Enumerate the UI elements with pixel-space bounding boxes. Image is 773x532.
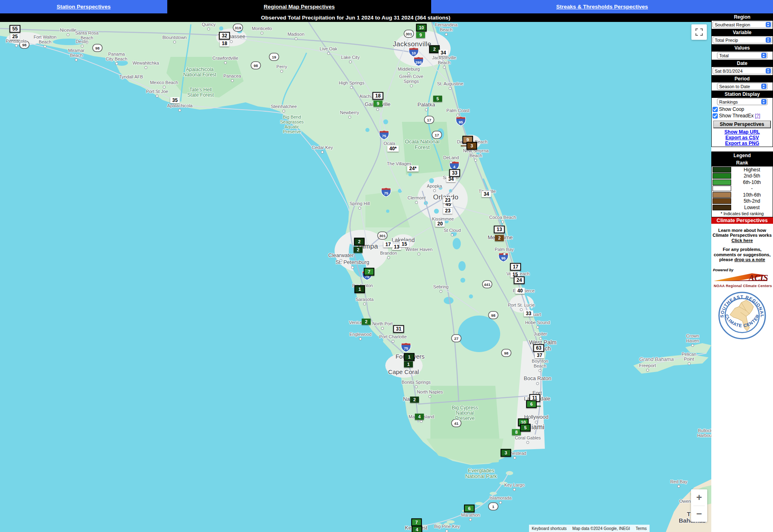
station-display-select[interactable]: Rankings: [717, 98, 768, 105]
station-marker-2[interactable]: 2: [354, 247, 363, 253]
legend-row-2nd-5th: 2nd-5th: [712, 173, 773, 179]
threadex-help-link[interactable]: [?]: [755, 113, 760, 119]
legend-swatch-: [713, 186, 731, 191]
station-marker-33[interactable]: 33: [449, 169, 460, 177]
show-map-url-link[interactable]: Show Map URL: [712, 130, 773, 135]
station-marker-37[interactable]: 37: [535, 353, 544, 359]
values-select[interactable]: Total: [717, 52, 768, 59]
checkbox-row-show-coop: Show Coop: [712, 106, 773, 112]
period-value: Season to Date: [719, 84, 761, 89]
date-value: Sat 8/31/2024: [715, 69, 766, 74]
station-marker-3[interactable]: 3: [466, 142, 477, 150]
click-here-link[interactable]: Click here: [732, 238, 753, 243]
station-marker-9[interactable]: 9: [374, 101, 382, 107]
station-marker-34[interactable]: 34: [482, 191, 491, 197]
variable-select[interactable]: Total Precip: [713, 37, 772, 43]
svg-text:ACIS: ACIS: [748, 273, 768, 283]
station-marker-33[interactable]: 33: [524, 311, 533, 317]
station-marker-5[interactable]: 5: [433, 96, 442, 102]
station-marker-34[interactable]: 34: [446, 176, 456, 182]
legend-label-10th-6th: 10th-6th: [731, 192, 773, 198]
station-marker-23[interactable]: 23: [443, 208, 452, 214]
station-marker-7[interactable]: 7: [411, 519, 422, 526]
station-marker-55[interactable]: 55: [9, 25, 20, 33]
zoom-out-button[interactable]: −: [691, 506, 707, 522]
legend-subtitle: Rank: [712, 159, 773, 167]
station-marker-63[interactable]: 63: [533, 344, 544, 352]
station-marker-17[interactable]: 17: [510, 263, 521, 271]
problems-line2: comments or suggestions,: [714, 252, 771, 257]
station-marker-2[interactable]: 2: [354, 238, 365, 246]
problems-note: For any problems, comments or suggestion…: [711, 247, 773, 262]
station-marker-15[interactable]: 15: [399, 241, 409, 247]
station-marker-4[interactable]: 4: [412, 526, 422, 532]
station-marker-1[interactable]: 1: [404, 361, 413, 368]
station-marker-2[interactable]: 2: [495, 235, 504, 241]
keyboard-shortcuts-link[interactable]: Keyboard shortcuts: [529, 525, 570, 532]
legend: Legend Rank Highest2nd-5th6th-10th-10th-…: [711, 151, 773, 217]
map-canvas[interactable]: 1029595957575757549898989898301301319191…: [0, 0, 711, 532]
checkbox-show-coop[interactable]: [713, 107, 718, 112]
tab-regional-map-perspectives[interactable]: Regional Map Perspectives: [167, 0, 431, 13]
station-marker-40[interactable]: 40*: [387, 146, 399, 152]
station-marker-9[interactable]: 9: [416, 32, 425, 38]
station-marker-7[interactable]: 7: [364, 268, 374, 276]
legend-swatch-5th-2nd: [713, 198, 731, 204]
tab-station-perspectives[interactable]: Station Perspectives: [0, 0, 167, 13]
region-select[interactable]: Southeast Region: [713, 21, 772, 28]
fullscreen-button[interactable]: [691, 24, 707, 40]
station-marker-24[interactable]: 24*: [407, 166, 419, 172]
tab-streaks-thresholds-perspectives[interactable]: Streaks & Thresholds Perspectives: [431, 0, 773, 13]
station-marker-1[interactable]: 1: [354, 285, 365, 293]
station-marker-6[interactable]: 6: [464, 505, 475, 513]
map-attribution: Keyboard shortcuts Map data ©2024 Google…: [529, 525, 650, 532]
section-header-station-display: Station Display: [712, 91, 773, 98]
sercc-logo[interactable]: SOUTHEAST REGIONAL CLIMATE CENTER: [718, 291, 767, 340]
date-select[interactable]: Sat 8/31/2024: [713, 67, 772, 74]
station-marker-3[interactable]: 3: [501, 449, 511, 457]
station-marker-2[interactable]: 2: [410, 397, 419, 403]
export-as-csv-link[interactable]: Export as CSV: [712, 135, 773, 141]
station-marker-4[interactable]: 4: [415, 414, 424, 420]
station-marker-6[interactable]: 6: [526, 400, 537, 408]
drop-us-a-note-link[interactable]: drop us a note: [734, 257, 765, 262]
station-marker-18[interactable]: 18: [372, 92, 383, 100]
app-window: 1029595957575757549898989898301301319191…: [0, 0, 773, 532]
station-marker-23[interactable]: 23: [443, 197, 452, 203]
station-marker-10[interactable]: 10: [416, 24, 427, 32]
station-marker-2[interactable]: 2: [429, 45, 440, 53]
show-perspectives-button[interactable]: Show Perspectives: [713, 121, 771, 128]
station-marker-25[interactable]: 25: [10, 34, 19, 40]
checkbox-row-show-threadex: Show ThreadEx[?]: [712, 112, 773, 119]
station-marker-20[interactable]: 20: [435, 221, 445, 227]
station-marker-8[interactable]: 8: [512, 429, 521, 435]
checkbox-show-threadex[interactable]: [713, 113, 718, 119]
station-marker-32[interactable]: 32: [219, 32, 230, 40]
station-marker-35[interactable]: 35: [170, 97, 179, 104]
station-marker-24[interactable]: 24: [514, 277, 525, 284]
map-title: Observed Total Precipitation for Jun 1 2…: [0, 13, 711, 22]
station-marker-34[interactable]: 34: [438, 50, 448, 56]
station-marker-2[interactable]: 2: [362, 319, 371, 325]
legend-row-: -: [712, 186, 773, 192]
station-marker-31[interactable]: 31: [393, 325, 404, 333]
legend-footnote: * Indicates tied ranking: [712, 211, 773, 217]
station-marker-layer: 552532183510923418959340*24*343334452323…: [0, 0, 711, 532]
legend-swatch-lowest: [713, 205, 731, 210]
station-marker-5[interactable]: 5: [520, 424, 531, 432]
station-marker-17[interactable]: 17: [383, 242, 393, 248]
station-marker-1[interactable]: 1: [404, 353, 415, 361]
period-select[interactable]: Season to Date: [717, 83, 768, 90]
station-marker-18[interactable]: 18: [220, 41, 229, 47]
terms-link[interactable]: Terms: [633, 525, 650, 532]
station-marker-40[interactable]: 40: [515, 288, 525, 294]
export-as-png-link[interactable]: Export as PNG: [712, 141, 773, 146]
legend-swatch-2nd-5th: [713, 173, 731, 179]
acis-logo[interactable]: Powered by ACIS NOAA Regional Climate Ce…: [713, 268, 773, 288]
legend-swatch-10th-6th: [713, 192, 731, 198]
legend-label-2nd-5th: 2nd-5th: [731, 173, 773, 179]
checkbox-label-show-coop: Show Coop: [719, 106, 744, 112]
station-marker-13[interactable]: 13: [494, 226, 505, 234]
region-value: Southeast Region: [715, 22, 766, 27]
zoom-in-button[interactable]: +: [691, 489, 707, 506]
